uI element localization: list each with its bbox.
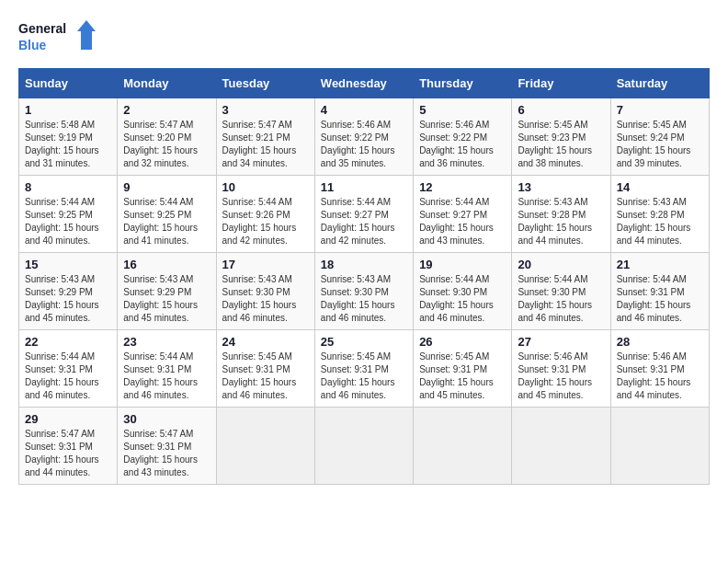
day-info: Sunrise: 5:47 AM Sunset: 9:31 PM Dayligh… [123,428,210,479]
day-info: Sunrise: 5:47 AM Sunset: 9:20 PM Dayligh… [123,119,210,170]
weekday-header-wednesday: Wednesday [314,69,413,98]
day-number: 23 [123,335,210,349]
calendar-cell: 23Sunrise: 5:44 AM Sunset: 9:31 PM Dayli… [118,330,216,408]
day-info: Sunrise: 5:44 AM Sunset: 9:25 PM Dayligh… [123,196,210,247]
calendar-cell: 8Sunrise: 5:44 AM Sunset: 9:25 PM Daylig… [19,176,118,253]
calendar-cell: 7Sunrise: 5:45 AM Sunset: 9:24 PM Daylig… [610,98,709,176]
calendar-week-row: 1Sunrise: 5:48 AM Sunset: 9:19 PM Daylig… [19,98,710,176]
calendar-cell: 9Sunrise: 5:44 AM Sunset: 9:25 PM Daylig… [118,176,216,253]
calendar-cell: 26Sunrise: 5:45 AM Sunset: 9:31 PM Dayli… [414,330,512,408]
day-number: 17 [222,258,309,271]
calendar-cell: 22Sunrise: 5:44 AM Sunset: 9:31 PM Dayli… [19,330,118,408]
calendar-cell: 14Sunrise: 5:43 AM Sunset: 9:28 PM Dayli… [610,176,709,253]
calendar-week-row: 29Sunrise: 5:47 AM Sunset: 9:31 PM Dayli… [19,408,710,485]
day-number: 13 [518,180,604,194]
day-info: Sunrise: 5:44 AM Sunset: 9:27 PM Dayligh… [321,196,407,247]
day-info: Sunrise: 5:47 AM Sunset: 9:21 PM Dayligh… [222,119,309,170]
day-number: 26 [419,335,506,349]
calendar-cell [314,408,413,485]
day-info: Sunrise: 5:43 AM Sunset: 9:30 PM Dayligh… [321,273,407,325]
day-number: 19 [419,258,506,271]
day-info: Sunrise: 5:45 AM Sunset: 9:31 PM Dayligh… [222,350,309,402]
day-number: 18 [321,258,407,271]
calendar-cell: 25Sunrise: 5:45 AM Sunset: 9:31 PM Dayli… [314,330,413,408]
calendar-cell: 4Sunrise: 5:46 AM Sunset: 9:22 PM Daylig… [314,98,413,176]
day-info: Sunrise: 5:44 AM Sunset: 9:30 PM Dayligh… [518,273,604,325]
day-number: 21 [617,258,703,271]
day-number: 5 [419,103,506,117]
page-header: General Blue [18,18,710,59]
day-number: 20 [518,258,604,271]
day-number: 15 [25,258,111,271]
day-number: 9 [123,180,210,194]
day-number: 12 [419,180,506,194]
weekday-header-thursday: Thursday [414,69,512,98]
day-info: Sunrise: 5:44 AM Sunset: 9:31 PM Dayligh… [123,350,210,402]
calendar-week-row: 8Sunrise: 5:44 AM Sunset: 9:25 PM Daylig… [19,176,710,253]
day-number: 30 [123,412,210,426]
calendar-cell: 11Sunrise: 5:44 AM Sunset: 9:27 PM Dayli… [314,176,413,253]
weekday-header-sunday: Sunday [19,69,118,98]
day-info: Sunrise: 5:44 AM Sunset: 9:30 PM Dayligh… [419,273,506,325]
day-number: 28 [617,335,703,349]
calendar-cell: 17Sunrise: 5:43 AM Sunset: 9:30 PM Dayli… [216,253,314,330]
calendar-table: SundayMondayTuesdayWednesdayThursdayFrid… [18,68,710,485]
calendar-cell: 27Sunrise: 5:46 AM Sunset: 9:31 PM Dayli… [512,330,610,408]
calendar-cell: 10Sunrise: 5:44 AM Sunset: 9:26 PM Dayli… [216,176,314,253]
day-number: 14 [617,180,703,194]
weekday-header-friday: Friday [512,69,610,98]
calendar-cell: 12Sunrise: 5:44 AM Sunset: 9:27 PM Dayli… [414,176,512,253]
day-info: Sunrise: 5:46 AM Sunset: 9:31 PM Dayligh… [617,350,703,402]
calendar-cell: 5Sunrise: 5:46 AM Sunset: 9:22 PM Daylig… [414,98,512,176]
calendar-cell: 18Sunrise: 5:43 AM Sunset: 9:30 PM Dayli… [314,253,413,330]
calendar-cell: 1Sunrise: 5:48 AM Sunset: 9:19 PM Daylig… [19,98,118,176]
day-number: 25 [321,335,407,349]
day-info: Sunrise: 5:46 AM Sunset: 9:31 PM Dayligh… [518,350,604,402]
day-info: Sunrise: 5:43 AM Sunset: 9:30 PM Dayligh… [222,273,309,325]
weekday-header-monday: Monday [118,69,216,98]
day-info: Sunrise: 5:45 AM Sunset: 9:24 PM Dayligh… [617,119,703,170]
day-info: Sunrise: 5:43 AM Sunset: 9:29 PM Dayligh… [123,273,210,325]
day-number: 7 [617,103,703,117]
day-number: 4 [321,103,407,117]
day-info: Sunrise: 5:46 AM Sunset: 9:22 PM Dayligh… [321,119,407,170]
day-number: 24 [222,335,309,349]
svg-text:Blue: Blue [18,38,47,52]
calendar-cell: 3Sunrise: 5:47 AM Sunset: 9:21 PM Daylig… [216,98,314,176]
calendar-cell: 15Sunrise: 5:43 AM Sunset: 9:29 PM Dayli… [19,253,118,330]
calendar-week-row: 22Sunrise: 5:44 AM Sunset: 9:31 PM Dayli… [19,330,710,408]
day-info: Sunrise: 5:47 AM Sunset: 9:31 PM Dayligh… [25,428,111,479]
calendar-cell: 24Sunrise: 5:45 AM Sunset: 9:31 PM Dayli… [216,330,314,408]
day-number: 6 [518,103,604,117]
weekday-header-row: SundayMondayTuesdayWednesdayThursdayFrid… [19,69,710,98]
weekday-header-tuesday: Tuesday [216,69,314,98]
day-info: Sunrise: 5:45 AM Sunset: 9:23 PM Dayligh… [518,119,604,170]
day-number: 16 [123,258,210,271]
day-number: 22 [25,335,111,349]
day-number: 1 [25,103,111,117]
calendar-cell: 13Sunrise: 5:43 AM Sunset: 9:28 PM Dayli… [512,176,610,253]
logo: General Blue [18,18,101,59]
calendar-cell: 28Sunrise: 5:46 AM Sunset: 9:31 PM Dayli… [610,330,709,408]
calendar-cell: 29Sunrise: 5:47 AM Sunset: 9:31 PM Dayli… [19,408,118,485]
day-info: Sunrise: 5:45 AM Sunset: 9:31 PM Dayligh… [321,350,407,402]
calendar-cell: 2Sunrise: 5:47 AM Sunset: 9:20 PM Daylig… [118,98,216,176]
day-info: Sunrise: 5:44 AM Sunset: 9:31 PM Dayligh… [25,350,111,402]
day-info: Sunrise: 5:46 AM Sunset: 9:22 PM Dayligh… [419,119,506,170]
day-info: Sunrise: 5:43 AM Sunset: 9:28 PM Dayligh… [617,196,703,247]
day-info: Sunrise: 5:44 AM Sunset: 9:26 PM Dayligh… [222,196,309,247]
day-info: Sunrise: 5:44 AM Sunset: 9:27 PM Dayligh… [419,196,506,247]
logo-svg: General Blue [18,18,101,59]
day-info: Sunrise: 5:44 AM Sunset: 9:25 PM Dayligh… [25,196,111,247]
day-number: 2 [123,103,210,117]
day-number: 11 [321,180,407,194]
day-info: Sunrise: 5:43 AM Sunset: 9:28 PM Dayligh… [518,196,604,247]
day-number: 8 [25,180,111,194]
calendar-cell: 30Sunrise: 5:47 AM Sunset: 9:31 PM Dayli… [118,408,216,485]
calendar-cell: 16Sunrise: 5:43 AM Sunset: 9:29 PM Dayli… [118,253,216,330]
day-number: 27 [518,335,604,349]
calendar-cell [216,408,314,485]
day-info: Sunrise: 5:48 AM Sunset: 9:19 PM Dayligh… [25,119,111,170]
calendar-cell [414,408,512,485]
calendar-cell: 20Sunrise: 5:44 AM Sunset: 9:30 PM Dayli… [512,253,610,330]
